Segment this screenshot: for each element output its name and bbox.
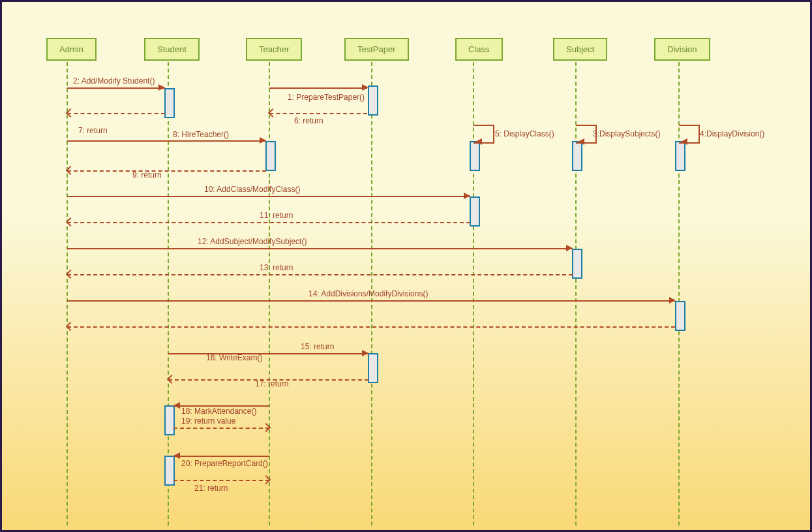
arrowhead-m12: [566, 245, 573, 251]
arrow-m20: [173, 456, 269, 457]
arrow-m21: [173, 480, 269, 481]
arrow-m14: [67, 300, 675, 302]
label-m12: 12: AddSubject/ModifySubject(): [198, 237, 307, 246]
arrow-m19: [173, 428, 269, 429]
lifeline-subject: Subject: [553, 38, 607, 61]
label-m1: 1: PrepareTestPaper(): [288, 93, 365, 102]
label-m16: 16: WriteExam(): [206, 353, 262, 362]
label-m15: 15: return: [301, 342, 334, 351]
label-m19: 19: return value: [181, 416, 235, 426]
activation-class-1: [470, 196, 480, 227]
arrowhead-m2: [158, 84, 165, 91]
label-m20: 20: PrepareReportCard(): [181, 459, 268, 468]
lifeline-class: Class: [455, 38, 503, 61]
label-m4: 4:DisplayDivision(): [700, 129, 764, 138]
activation-testpaper-2: [368, 353, 378, 383]
activation-class-self: [470, 141, 480, 171]
lifeline-testpaper: TestPaper: [344, 38, 409, 61]
lifeline-admin: Admin: [46, 38, 97, 61]
arrowhead-m16: [362, 350, 368, 356]
label-m18: 18: MarkAttendance(): [181, 407, 256, 416]
label-m6: 6: return: [294, 116, 323, 125]
label-m3: 3:DisplaySubjects(): [593, 129, 660, 138]
activation-subject-self: [572, 141, 582, 171]
label-m10: 10: AddClass/ModifyClass(): [204, 185, 300, 194]
activation-subject-1: [572, 249, 582, 279]
arrow-m6: [269, 113, 367, 114]
activation-teacher-1: [265, 141, 276, 171]
arrowhead-m20: [173, 452, 180, 459]
activation-student-3: [164, 456, 175, 486]
arrowhead-m3: [578, 138, 584, 145]
arrowhead-m10: [464, 193, 470, 199]
lifeline-teacher: Teacher: [246, 38, 302, 61]
arrow-m11: [67, 222, 470, 223]
arrow-m2: [67, 87, 165, 89]
lifeline-division: Division: [654, 38, 710, 61]
label-m21: 21: return: [194, 484, 228, 493]
label-m9: 9: return: [132, 170, 162, 180]
activation-division-1: [675, 301, 685, 331]
label-m7: 7: return: [78, 126, 108, 135]
label-m17: 17: return: [255, 379, 288, 388]
activation-student-2: [164, 405, 175, 435]
arrow-m1: [269, 87, 367, 89]
label-m2: 2: Add/Modify Student(): [73, 76, 155, 86]
activation-student-1: [164, 88, 175, 118]
label-m11: 11: return: [260, 211, 293, 220]
arrowhead-m18: [173, 402, 180, 409]
arrow-m16: [168, 353, 368, 354]
sequence-diagram: Admin Student Teacher TestPaper Class Su…: [0, 0, 812, 532]
arrowhead-m5: [475, 138, 482, 145]
lifeline-line-admin: [67, 62, 68, 525]
arrow-m7: [67, 113, 165, 114]
arrow-m13: [67, 274, 573, 275]
activation-testpaper-1: [368, 86, 378, 116]
arrow-m8: [67, 140, 266, 142]
arrow-m12: [67, 248, 573, 249]
activation-division-self: [675, 141, 685, 171]
arrow-m15: [67, 326, 675, 328]
label-m14: 14: AddDivisions/ModifyDivisions(): [308, 289, 428, 298]
arrow-m10: [67, 196, 470, 197]
arrowhead-m14: [669, 297, 676, 304]
arrowhead-m8: [260, 137, 266, 144]
arrowhead-m4: [681, 138, 687, 145]
label-m5: 5: DisplayClass(): [495, 129, 554, 138]
label-m8: 8: HireTeacher(): [173, 130, 229, 139]
label-m13: 13: return: [260, 263, 293, 272]
arrowhead-m1: [362, 84, 368, 91]
lifeline-student: Student: [144, 38, 200, 61]
arrow-m9: [67, 170, 266, 172]
